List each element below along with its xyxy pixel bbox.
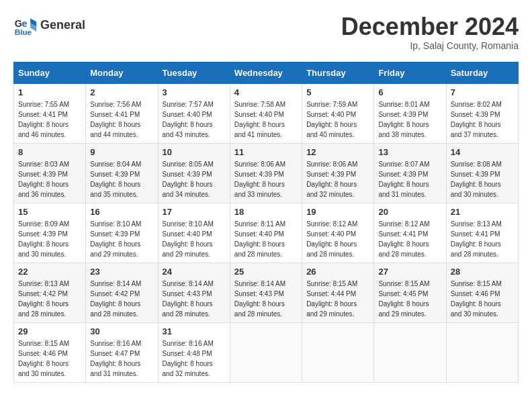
- day-info: Sunrise: 8:14 AMSunset: 4:42 PMDaylight:…: [90, 279, 153, 319]
- calendar-cell: 19Sunrise: 8:12 AMSunset: 4:40 PMDayligh…: [302, 203, 374, 263]
- calendar-week-row: 15Sunrise: 8:09 AMSunset: 4:39 PMDayligh…: [14, 203, 519, 263]
- day-number: 3: [163, 87, 226, 97]
- calendar-cell: 6Sunrise: 8:01 AMSunset: 4:39 PMDaylight…: [374, 83, 446, 143]
- calendar-cell: 29Sunrise: 8:15 AMSunset: 4:46 PMDayligh…: [14, 322, 86, 382]
- col-thursday: Thursday: [302, 62, 374, 83]
- calendar-cell: 9Sunrise: 8:04 AMSunset: 4:39 PMDaylight…: [86, 143, 158, 203]
- calendar-cell: [230, 322, 302, 382]
- calendar-cell: 16Sunrise: 8:10 AMSunset: 4:39 PMDayligh…: [86, 203, 158, 263]
- day-number: 6: [378, 87, 441, 97]
- calendar-cell: 7Sunrise: 8:02 AMSunset: 4:39 PMDaylight…: [446, 83, 518, 143]
- col-monday: Monday: [86, 62, 158, 83]
- calendar-cell: 24Sunrise: 8:14 AMSunset: 4:43 PMDayligh…: [158, 263, 230, 322]
- calendar-table: Sunday Monday Tuesday Wednesday Thursday…: [13, 62, 519, 383]
- calendar-cell: 21Sunrise: 8:13 AMSunset: 4:41 PMDayligh…: [446, 203, 518, 263]
- day-number: 12: [306, 147, 369, 157]
- calendar-cell: 22Sunrise: 8:13 AMSunset: 4:42 PMDayligh…: [14, 263, 86, 322]
- day-number: 10: [163, 147, 226, 157]
- day-number: 2: [90, 87, 153, 97]
- calendar-header-row: Sunday Monday Tuesday Wednesday Thursday…: [14, 62, 519, 83]
- day-info: Sunrise: 8:10 AMSunset: 4:39 PMDaylight:…: [90, 219, 153, 259]
- day-number: 21: [451, 207, 514, 217]
- day-info: Sunrise: 8:06 AMSunset: 4:39 PMDaylight:…: [306, 159, 369, 199]
- day-number: 9: [90, 147, 153, 157]
- page-header: G e Blue General December 2024 Ip, Salaj…: [13, 13, 519, 51]
- day-number: 30: [90, 326, 153, 336]
- col-wednesday: Wednesday: [230, 62, 302, 83]
- title-block: December 2024 Ip, Salaj County, Romania: [341, 13, 519, 51]
- col-sunday: Sunday: [14, 62, 86, 83]
- calendar-cell: 8Sunrise: 8:03 AMSunset: 4:39 PMDaylight…: [14, 143, 86, 203]
- svg-text:e: e: [22, 18, 28, 29]
- logo-text: General: [40, 18, 85, 33]
- day-number: 11: [234, 147, 298, 157]
- day-info: Sunrise: 8:15 AMSunset: 4:46 PMDaylight:…: [451, 279, 514, 319]
- location-subtitle: Ip, Salaj County, Romania: [341, 40, 519, 51]
- day-info: Sunrise: 8:13 AMSunset: 4:41 PMDaylight:…: [451, 219, 514, 259]
- day-info: Sunrise: 8:15 AMSunset: 4:46 PMDaylight:…: [18, 338, 81, 379]
- svg-text:Blue: Blue: [15, 28, 32, 36]
- calendar-cell: 12Sunrise: 8:06 AMSunset: 4:39 PMDayligh…: [302, 143, 374, 203]
- col-tuesday: Tuesday: [158, 62, 230, 83]
- day-number: 25: [234, 267, 298, 277]
- day-number: 15: [18, 207, 81, 217]
- calendar-week-row: 22Sunrise: 8:13 AMSunset: 4:42 PMDayligh…: [14, 263, 519, 322]
- day-info: Sunrise: 8:03 AMSunset: 4:39 PMDaylight:…: [18, 159, 81, 199]
- calendar-cell: 17Sunrise: 8:10 AMSunset: 4:40 PMDayligh…: [158, 203, 230, 263]
- calendar-cell: 26Sunrise: 8:15 AMSunset: 4:44 PMDayligh…: [302, 263, 374, 322]
- day-info: Sunrise: 7:59 AMSunset: 4:40 PMDaylight:…: [306, 99, 369, 140]
- day-number: 27: [378, 267, 441, 277]
- calendar-cell: 27Sunrise: 8:15 AMSunset: 4:45 PMDayligh…: [374, 263, 446, 322]
- day-info: Sunrise: 7:55 AMSunset: 4:41 PMDaylight:…: [18, 99, 81, 140]
- logo: G e Blue General: [13, 13, 85, 38]
- calendar-cell: 5Sunrise: 7:59 AMSunset: 4:40 PMDaylight…: [302, 83, 374, 143]
- day-number: 1: [18, 87, 81, 97]
- calendar-cell: 14Sunrise: 8:08 AMSunset: 4:39 PMDayligh…: [446, 143, 518, 203]
- day-number: 5: [306, 87, 369, 97]
- day-number: 16: [90, 207, 153, 217]
- day-info: Sunrise: 8:09 AMSunset: 4:39 PMDaylight:…: [18, 219, 81, 259]
- day-number: 31: [163, 326, 226, 336]
- day-info: Sunrise: 8:16 AMSunset: 4:47 PMDaylight:…: [90, 338, 153, 379]
- day-info: Sunrise: 8:08 AMSunset: 4:39 PMDaylight:…: [451, 159, 514, 199]
- day-info: Sunrise: 8:12 AMSunset: 4:40 PMDaylight:…: [306, 219, 369, 259]
- day-number: 8: [18, 147, 81, 157]
- calendar-cell: 13Sunrise: 8:07 AMSunset: 4:39 PMDayligh…: [374, 143, 446, 203]
- day-info: Sunrise: 8:12 AMSunset: 4:41 PMDaylight:…: [378, 219, 441, 259]
- calendar-cell: 2Sunrise: 7:56 AMSunset: 4:41 PMDaylight…: [86, 83, 158, 143]
- day-info: Sunrise: 8:05 AMSunset: 4:39 PMDaylight:…: [163, 159, 226, 199]
- day-number: 18: [234, 207, 298, 217]
- day-info: Sunrise: 8:02 AMSunset: 4:39 PMDaylight:…: [451, 99, 514, 140]
- day-number: 29: [18, 326, 81, 336]
- day-number: 7: [451, 87, 514, 97]
- day-number: 20: [378, 207, 441, 217]
- calendar-cell: [302, 322, 374, 382]
- day-info: Sunrise: 8:11 AMSunset: 4:40 PMDaylight:…: [234, 219, 298, 259]
- month-title: December 2024: [341, 13, 519, 40]
- calendar-week-row: 1Sunrise: 7:55 AMSunset: 4:41 PMDaylight…: [14, 83, 519, 143]
- calendar-cell: 11Sunrise: 8:06 AMSunset: 4:39 PMDayligh…: [230, 143, 302, 203]
- calendar-cell: 10Sunrise: 8:05 AMSunset: 4:39 PMDayligh…: [158, 143, 230, 203]
- calendar-cell: [374, 322, 446, 382]
- calendar-cell: 25Sunrise: 8:14 AMSunset: 4:43 PMDayligh…: [230, 263, 302, 322]
- day-info: Sunrise: 8:14 AMSunset: 4:43 PMDaylight:…: [163, 279, 226, 319]
- day-number: 4: [234, 87, 298, 97]
- day-number: 17: [163, 207, 226, 217]
- day-number: 23: [90, 267, 153, 277]
- day-info: Sunrise: 8:16 AMSunset: 4:48 PMDaylight:…: [163, 338, 226, 379]
- calendar-cell: 28Sunrise: 8:15 AMSunset: 4:46 PMDayligh…: [446, 263, 518, 322]
- calendar-cell: 3Sunrise: 7:57 AMSunset: 4:40 PMDaylight…: [158, 83, 230, 143]
- day-info: Sunrise: 8:06 AMSunset: 4:39 PMDaylight:…: [234, 159, 298, 199]
- day-info: Sunrise: 8:07 AMSunset: 4:39 PMDaylight:…: [378, 159, 441, 199]
- day-info: Sunrise: 8:14 AMSunset: 4:43 PMDaylight:…: [234, 279, 298, 319]
- day-number: 28: [451, 267, 514, 277]
- logo-general-text: General: [40, 18, 85, 33]
- day-info: Sunrise: 7:58 AMSunset: 4:40 PMDaylight:…: [234, 99, 298, 140]
- day-number: 19: [306, 207, 369, 217]
- day-number: 26: [306, 267, 369, 277]
- calendar-week-row: 8Sunrise: 8:03 AMSunset: 4:39 PMDaylight…: [14, 143, 519, 203]
- calendar-cell: 18Sunrise: 8:11 AMSunset: 4:40 PMDayligh…: [230, 203, 302, 263]
- day-info: Sunrise: 8:15 AMSunset: 4:45 PMDaylight:…: [378, 279, 441, 319]
- calendar-cell: [446, 322, 518, 382]
- day-number: 14: [451, 147, 514, 157]
